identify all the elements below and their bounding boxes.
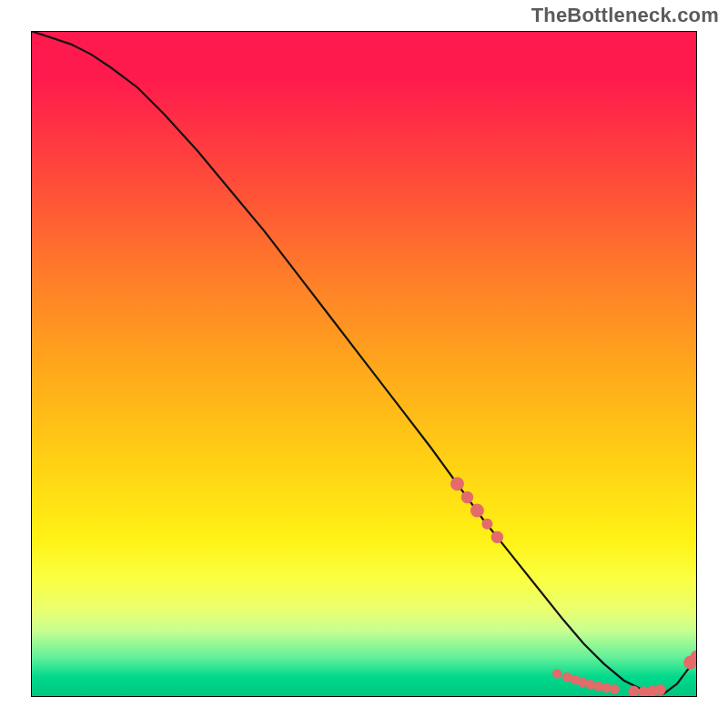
chart-stage: TheBottleneck.com — [0, 0, 728, 728]
data-marker — [628, 685, 639, 696]
data-marker — [602, 683, 612, 693]
data-marker — [552, 669, 562, 679]
data-marker — [655, 684, 666, 695]
curve-line — [31, 31, 697, 693]
marker-group — [450, 477, 697, 697]
data-marker — [491, 531, 504, 544]
data-marker — [586, 680, 596, 690]
chart-svg — [31, 31, 697, 697]
data-marker — [578, 678, 588, 688]
data-marker — [461, 491, 473, 504]
data-marker — [593, 682, 603, 692]
plot-area — [31, 31, 697, 697]
data-marker — [481, 519, 492, 530]
watermark-text: TheBottleneck.com — [531, 4, 719, 27]
data-marker — [610, 684, 620, 694]
data-marker — [450, 477, 464, 490]
data-marker — [470, 504, 484, 518]
